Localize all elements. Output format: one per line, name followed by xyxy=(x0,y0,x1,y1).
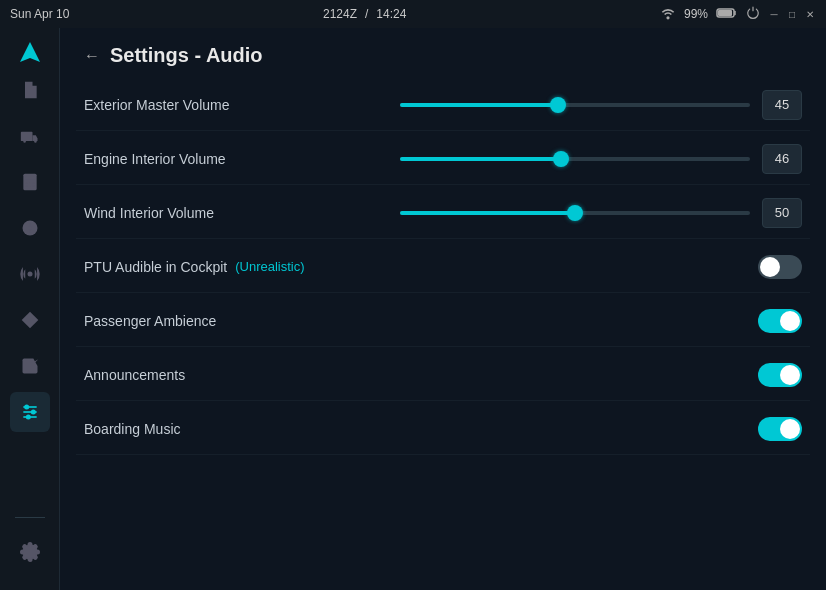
sidebar-item-checklist[interactable] xyxy=(10,346,50,386)
slider-track-exterior xyxy=(400,103,750,107)
control-exterior-master-volume: 45 xyxy=(284,90,802,120)
slider-exterior-master-volume[interactable] xyxy=(400,103,750,107)
label-boarding-music: Boarding Music xyxy=(84,421,284,437)
svg-point-9 xyxy=(29,182,31,184)
wifi-icon xyxy=(660,6,676,23)
slider-wind-interior-volume[interactable] xyxy=(400,211,750,215)
page-header: ← Settings - Audio xyxy=(60,28,826,79)
row-wind-interior-volume: Wind Interior Volume 50 xyxy=(76,187,810,239)
svg-marker-17 xyxy=(21,312,38,329)
window-controls: ─ □ ✕ xyxy=(768,8,816,20)
main-content: ← Settings - Audio Exterior Master Volum… xyxy=(60,28,826,590)
sidebar-item-calculator[interactable] xyxy=(10,162,50,202)
sidebar-divider xyxy=(15,517,45,518)
slider-fill-exterior xyxy=(400,103,558,107)
titlebar-local: 14:24 xyxy=(376,7,406,21)
toggle-knob-boarding xyxy=(780,419,800,439)
label-wind-interior-volume: Wind Interior Volume xyxy=(84,205,284,221)
label-ptu-audible-cockpit: PTU Audible in Cockpit (Unrealistic) xyxy=(84,259,305,275)
toggle-knob-ptu xyxy=(760,257,780,277)
svg-point-21 xyxy=(31,410,34,413)
slider-value-wind: 50 xyxy=(762,198,802,228)
svg-marker-2 xyxy=(20,42,40,62)
settings-list: Exterior Master Volume 45 Engine Interio… xyxy=(60,79,826,455)
battery-pct: 99% xyxy=(684,7,708,21)
slider-thumb-engine xyxy=(553,151,569,167)
titlebar-utc: 2124Z xyxy=(323,7,357,21)
label-exterior-master-volume: Exterior Master Volume xyxy=(84,97,284,113)
control-passenger-ambience xyxy=(284,309,802,333)
sidebar xyxy=(0,28,60,590)
svg-point-13 xyxy=(32,185,34,187)
control-announcements xyxy=(284,363,802,387)
toggle-boarding-music[interactable] xyxy=(758,417,802,441)
control-ptu-audible-cockpit xyxy=(305,255,802,279)
back-button[interactable]: ← xyxy=(84,47,100,65)
slider-thumb-wind xyxy=(567,205,583,221)
sidebar-item-radio[interactable] xyxy=(10,254,50,294)
svg-point-10 xyxy=(32,182,34,184)
titlebar-right: 99% ─ □ ✕ xyxy=(660,6,816,23)
toggle-knob-announcements xyxy=(780,365,800,385)
sidebar-item-settings[interactable] xyxy=(10,532,50,572)
svg-point-5 xyxy=(34,140,36,143)
svg-point-4 xyxy=(23,140,26,143)
sidebar-bottom xyxy=(10,511,50,580)
slider-thumb-exterior xyxy=(550,97,566,113)
slider-value-exterior: 45 xyxy=(762,90,802,120)
row-engine-interior-volume: Engine Interior Volume 46 xyxy=(76,133,810,185)
svg-point-12 xyxy=(29,185,31,187)
label-passenger-ambience: Passenger Ambience xyxy=(84,313,284,329)
sidebar-item-compass[interactable] xyxy=(10,208,50,248)
slider-track-wind xyxy=(400,211,750,215)
row-ptu-audible-cockpit: PTU Audible in Cockpit (Unrealistic) xyxy=(76,241,810,293)
control-wind-interior-volume: 50 xyxy=(284,198,802,228)
control-engine-interior-volume: 46 xyxy=(284,144,802,174)
titlebar-separator: / xyxy=(365,7,368,21)
slider-value-engine: 46 xyxy=(762,144,802,174)
label-engine-interior-volume: Engine Interior Volume xyxy=(84,151,284,167)
row-announcements: Announcements xyxy=(76,349,810,401)
control-boarding-music xyxy=(284,417,802,441)
unrealistic-tag: (Unrealistic) xyxy=(235,259,304,274)
slider-fill-wind xyxy=(400,211,575,215)
svg-rect-1 xyxy=(718,10,732,16)
sidebar-item-document[interactable] xyxy=(10,70,50,110)
toggle-announcements[interactable] xyxy=(758,363,802,387)
slider-fill-engine xyxy=(400,157,561,161)
app-container: ← Settings - Audio Exterior Master Volum… xyxy=(0,28,826,590)
app-logo xyxy=(16,38,44,70)
row-exterior-master-volume: Exterior Master Volume 45 xyxy=(76,79,810,131)
slider-track-engine xyxy=(400,157,750,161)
sidebar-item-diamond[interactable] xyxy=(10,300,50,340)
sidebar-items xyxy=(10,70,50,511)
svg-point-8 xyxy=(25,182,27,184)
row-passenger-ambience: Passenger Ambience xyxy=(76,295,810,347)
titlebar-date: Sun Apr 10 xyxy=(10,7,69,21)
toggle-passenger-ambience[interactable] xyxy=(758,309,802,333)
titlebar-left: Sun Apr 10 xyxy=(10,7,69,21)
svg-point-16 xyxy=(27,272,32,277)
row-boarding-music: Boarding Music xyxy=(76,403,810,455)
label-announcements: Announcements xyxy=(84,367,284,383)
titlebar: Sun Apr 10 2124Z / 14:24 99% xyxy=(0,0,826,28)
page-title: Settings - Audio xyxy=(110,44,263,67)
svg-point-19 xyxy=(25,405,28,408)
titlebar-center: 2124Z / 14:24 xyxy=(323,7,406,21)
close-btn[interactable]: ✕ xyxy=(804,8,816,20)
minimize-btn[interactable]: ─ xyxy=(768,8,780,20)
sidebar-item-sliders[interactable] xyxy=(10,392,50,432)
toggle-ptu-audible-cockpit[interactable] xyxy=(758,255,802,279)
svg-point-11 xyxy=(25,185,27,187)
maximize-btn[interactable]: □ xyxy=(786,8,798,20)
slider-engine-interior-volume[interactable] xyxy=(400,157,750,161)
svg-rect-3 xyxy=(20,132,32,141)
sidebar-item-truck[interactable] xyxy=(10,116,50,156)
svg-rect-7 xyxy=(25,176,33,179)
battery-icon xyxy=(716,7,738,22)
svg-point-23 xyxy=(26,415,29,418)
power-icon[interactable] xyxy=(746,6,760,23)
toggle-knob-passenger xyxy=(780,311,800,331)
